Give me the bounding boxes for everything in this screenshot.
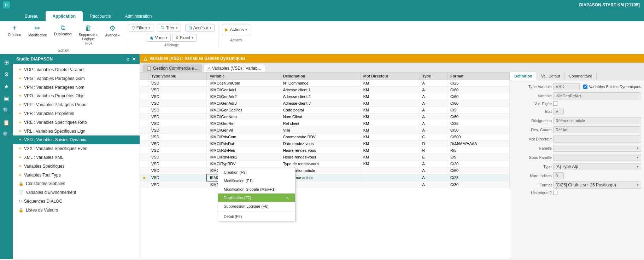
sidebar-item-vsd[interactable]: ✶ VSD : Variables Saisies Dynamiq bbox=[13, 135, 140, 144]
sidebar-item-constantes-globales[interactable]: 🔒 Constantes Globales bbox=[13, 179, 140, 188]
type-value[interactable]: [A] Type Alp. ▾ bbox=[553, 163, 641, 170]
table-row[interactable]: VSD IKMCliTypRDV Type de rendez-vous KM … bbox=[140, 161, 510, 167]
col-header-mot-directeur[interactable]: Mot Directeur bbox=[360, 73, 419, 80]
var-icon: ✶ bbox=[18, 111, 22, 117]
sidebar-item-variables-specifiques[interactable]: ✶ Variables Spécifiques bbox=[13, 162, 140, 171]
cell-type: A bbox=[419, 181, 447, 188]
context-menu-item-suppression[interactable]: Suppression Logique (F6) bbox=[218, 202, 295, 210]
tab-gestion[interactable]: 📋 Gestion Commerciale ... bbox=[143, 64, 202, 72]
table-row[interactable]: VSD IKMCdeNumCom N° Commande KM A C/25 bbox=[140, 80, 510, 87]
sidebar-item-vpg[interactable]: ✶ VPG : Variables Partagées Gam bbox=[13, 74, 140, 83]
vues-button[interactable]: ◉ Vues ▾ bbox=[147, 34, 171, 42]
col-header-variable[interactable]: Variable bbox=[207, 73, 280, 80]
sidebar-item-variables-env[interactable]: 📄 Variables d'Environnement bbox=[13, 188, 140, 197]
historique-checkbox[interactable] bbox=[553, 191, 557, 195]
context-menu-item-modification[interactable]: Modification (F1) bbox=[218, 177, 295, 185]
context-menu-item-duplication[interactable]: Duplication (F7) ↖ bbox=[218, 193, 295, 202]
acces-button[interactable]: ⊞ Accès à ▾ bbox=[185, 24, 215, 32]
table-row[interactable]: VSD IKMCliRdvHeu Heure rendez-vous KM R … bbox=[140, 147, 510, 154]
table-row[interactable]: VSD IKMGenDesArt Désignation article A C… bbox=[140, 167, 510, 174]
excel-button[interactable]: X Excel ▾ bbox=[172, 34, 196, 42]
context-menu-item-detail[interactable]: Détail (F8) bbox=[218, 212, 295, 221]
sidebar-item-vrl[interactable]: ✶ VRL : Variables Spécifiques Lign bbox=[13, 127, 140, 136]
left-icon-grid[interactable]: ⊞ bbox=[1, 57, 12, 68]
cell-format: C/60 bbox=[447, 93, 509, 100]
right-panel-tab-definition[interactable]: Définition bbox=[510, 72, 537, 80]
avance-button[interactable]: ⚙ Avancé ▾ bbox=[103, 23, 122, 47]
type-variable-checkbox[interactable] bbox=[583, 85, 587, 89]
left-icon-star[interactable]: ★ bbox=[1, 81, 12, 92]
sidebar-item-vpo[interactable]: ✶ VPO : Variables Propriétés Obje bbox=[13, 92, 140, 100]
table-row[interactable]: VSD IKMGenRefArt Référence article A C/2… bbox=[140, 174, 510, 181]
sidebar-item-variables-tout-type[interactable]: ✶ Variables Tout Type bbox=[13, 171, 140, 180]
table-row[interactable]: VSD IKMPosEqu A C/30 bbox=[140, 181, 510, 188]
table-row[interactable]: VSD IKMCliRdvHeu2 Heure rendez-vous KM E… bbox=[140, 154, 510, 161]
left-icon-search1[interactable]: 🔍 bbox=[1, 105, 12, 116]
right-panel-tab-val-defaut[interactable]: Val. Défaut bbox=[537, 72, 565, 80]
sidebar-item-vpp[interactable]: ✶ VPP : Variables Partagées Propri bbox=[13, 100, 140, 109]
context-menu-item-creation[interactable]: Création (F9) bbox=[218, 168, 295, 177]
left-icon-monitor[interactable]: ▣ bbox=[1, 93, 12, 104]
sous-famille-value[interactable]: ▾ bbox=[553, 154, 641, 161]
suppression-icon: 🗑 bbox=[85, 24, 92, 32]
cell-variable: IKMCliGenCodPos bbox=[207, 107, 280, 114]
lock-icon: 🔒 bbox=[18, 181, 24, 187]
table-row[interactable]: VSD IKMCliGenAdr1 Adresse client 1 KM A … bbox=[140, 87, 510, 93]
duplication-button[interactable]: ⧉ Duplication bbox=[52, 23, 74, 47]
col-header-type-variable[interactable]: Type Variable bbox=[148, 73, 207, 80]
creation-label: Création bbox=[8, 33, 21, 37]
nav-tab-application[interactable]: Application bbox=[46, 11, 83, 21]
sidebar-item-vop[interactable]: ✶ VOP : Variables Objets Paramét bbox=[13, 65, 140, 74]
cell-designation: Ville bbox=[280, 127, 360, 134]
filtrer-button[interactable]: ▽ Filtrer ▾ bbox=[129, 24, 154, 32]
trier-button[interactable]: ⇅ Trier ▾ bbox=[158, 24, 181, 32]
format-value[interactable]: [C/25] Chaîne sur 25 Position(s) ▾ bbox=[553, 181, 641, 189]
var-icon: ✶ bbox=[18, 67, 22, 73]
sidebar-item-vxx[interactable]: ✶ VXX : Variables Spécifiques Evén bbox=[13, 144, 140, 153]
type-label: Type bbox=[513, 164, 552, 169]
cell-type: A bbox=[419, 120, 447, 127]
sidebar-item-sequences-dialog[interactable]: ↻ Séquences DIALOG bbox=[13, 197, 140, 206]
nav-tab-raccourcis[interactable]: Raccourcis bbox=[83, 11, 118, 21]
right-panel-tab-commentaire[interactable]: Commentaire bbox=[564, 72, 597, 80]
link-icon: ↻ bbox=[18, 198, 22, 204]
table-row[interactable]: VSD IKMCliGenCodPos Code postal KM A C/5 bbox=[140, 107, 510, 114]
left-icon-settings[interactable]: ⚙ bbox=[1, 69, 12, 80]
sidebar-item-xml[interactable]: ✶ XML : Variables XML bbox=[13, 153, 140, 162]
sidebar-item-listes-valeurs[interactable]: 🔒 Listes de Valeurs bbox=[13, 206, 140, 215]
col-header-designation[interactable]: Désignation bbox=[280, 73, 360, 80]
left-icon-book[interactable]: 📋 bbox=[1, 117, 12, 128]
field-row-des-courte: Dés. Courte Réf Art bbox=[513, 126, 641, 133]
row-indicator-cell bbox=[140, 181, 148, 188]
sidebar-collapse-icon[interactable]: « bbox=[126, 56, 129, 62]
table-row[interactable]: VSD IKMCliGenAdr3 Adresse client 3 KM A … bbox=[140, 100, 510, 107]
var-figee-checkbox[interactable] bbox=[553, 102, 557, 106]
table-row[interactable]: VSD IKMCliGenRef Ref client KM A C/25 bbox=[140, 120, 510, 127]
table-row[interactable]: VSD IKMCliRdvDat Date rendez-vous KM D D… bbox=[140, 140, 510, 147]
nav-tab-bureau[interactable]: Bureau bbox=[18, 11, 46, 21]
cell-mot-directeur: KM bbox=[360, 134, 419, 140]
cell-designation: Adresse client 3 bbox=[280, 100, 360, 107]
famille-value[interactable]: ▾ bbox=[553, 145, 641, 152]
left-icon-search2[interactable]: 🔍 bbox=[1, 129, 12, 140]
sidebar-item-vre[interactable]: ✶ VRE : Variables Spécifiques Reto bbox=[13, 118, 140, 127]
suppression-button[interactable]: 🗑 Suppression Logique (F6) bbox=[77, 23, 100, 47]
sidebar-item-vpr[interactable]: ✶ VPR : Variables Propriétés bbox=[13, 109, 140, 118]
cell-type: A bbox=[419, 174, 447, 181]
tab-variables[interactable]: △ Variables (VSD) : Variab... bbox=[204, 64, 265, 72]
nav-tab-administration[interactable]: Administration bbox=[118, 11, 159, 21]
table-row[interactable]: VSD IKMCliGenVil Ville KM A C/50 bbox=[140, 127, 510, 134]
creation-button[interactable]: + Création bbox=[6, 23, 23, 47]
table-row[interactable]: VSD IKMCliGenAdr2 Adresse client 2 KM A … bbox=[140, 93, 510, 100]
table-row[interactable]: VSD IKMCliRdvCom Commentaire RDV KM C C/… bbox=[140, 134, 510, 140]
col-header-format[interactable]: Format bbox=[447, 73, 509, 80]
sidebar-close-icon[interactable]: ✕ bbox=[132, 56, 136, 62]
context-menu-item-modification-globale[interactable]: Modification Globale (Maj+F1) bbox=[218, 185, 295, 193]
actions-button[interactable]: ▶ Actions ▾ bbox=[222, 24, 250, 35]
modification-button[interactable]: ✏ Modification bbox=[26, 23, 49, 47]
sidebar-item-vpn[interactable]: ✶ VPN : Variables Partagées Nom bbox=[13, 83, 140, 92]
edition-label: Edition bbox=[58, 47, 69, 52]
col-header-type[interactable]: Type bbox=[419, 73, 447, 80]
table-row[interactable]: VSD IKMCliGenNom Nom Client KM A C/60 bbox=[140, 114, 510, 120]
cell-type: A bbox=[419, 127, 447, 134]
